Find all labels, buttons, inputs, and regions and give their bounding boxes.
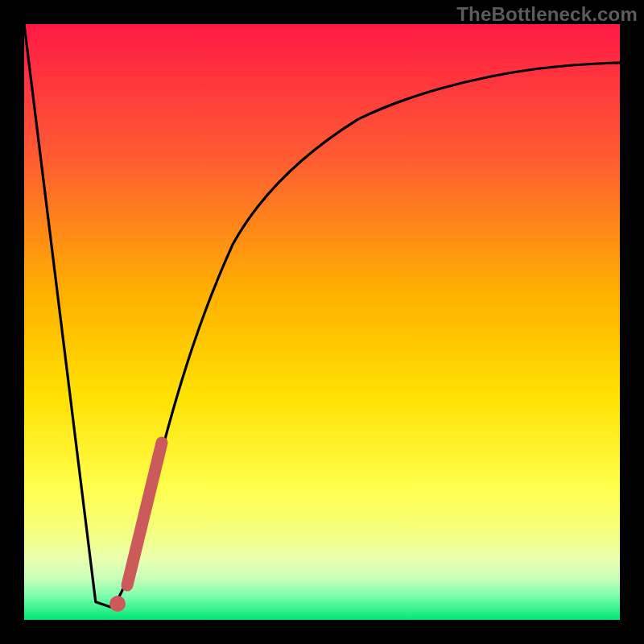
- chart-frame: TheBottleneck.com: [0, 0, 644, 644]
- gradient-backdrop: [24, 24, 620, 620]
- optimal-marker: [109, 596, 126, 612]
- watermark-text: TheBottleneck.com: [456, 3, 638, 26]
- plot-area: [24, 24, 620, 620]
- chart-svg: [24, 24, 620, 620]
